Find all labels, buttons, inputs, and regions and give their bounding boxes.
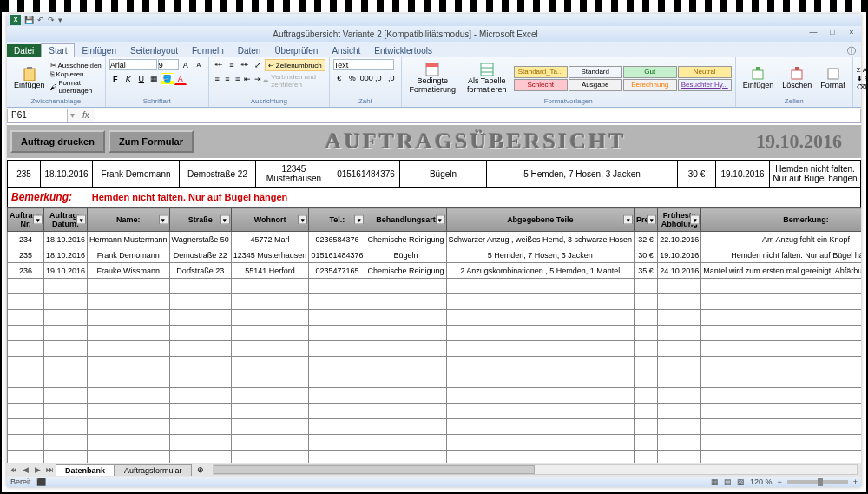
- decimal-inc-icon[interactable]: ,0: [372, 72, 385, 84]
- cell[interactable]: Demostraße 22: [169, 247, 231, 263]
- tab-layout[interactable]: Seitenlayout: [123, 44, 185, 57]
- cell[interactable]: [231, 451, 309, 464]
- cell[interactable]: [169, 326, 231, 341]
- cell[interactable]: [169, 419, 231, 435]
- column-header[interactable]: Name:▾: [88, 208, 170, 232]
- zoom-thumb[interactable]: [818, 478, 823, 486]
- cell[interactable]: [658, 326, 701, 341]
- cell[interactable]: [44, 341, 88, 357]
- border-button[interactable]: ▦: [148, 73, 161, 85]
- cell[interactable]: [88, 279, 170, 294]
- align-top-icon[interactable]: ⬴: [213, 59, 225, 71]
- cell[interactable]: Mantel wird zum ersten mal gereinigt. Ab…: [701, 263, 861, 279]
- zoom-slider[interactable]: [787, 480, 848, 484]
- currency-icon[interactable]: €: [333, 72, 345, 84]
- cell[interactable]: 234: [8, 232, 44, 247]
- cell[interactable]: 18.10.2016: [44, 247, 88, 263]
- cell[interactable]: 19.10.2016: [44, 263, 88, 279]
- cell[interactable]: 015161484376: [309, 247, 365, 263]
- filter-icon[interactable]: ▾: [76, 215, 86, 225]
- cell[interactable]: 0235477165: [309, 263, 365, 279]
- format-painter-button[interactable]: 🖌Format übertragen: [50, 79, 102, 95]
- cell[interactable]: 5 Hemden, 7 Hosen, 3 Jacken: [446, 247, 635, 263]
- cell[interactable]: [169, 279, 231, 294]
- cell[interactable]: [635, 310, 658, 326]
- column-header[interactable]: Früheste Abholung▾: [658, 208, 701, 232]
- column-header[interactable]: Straße▾: [169, 208, 231, 232]
- cell[interactable]: [8, 279, 44, 294]
- detail-price[interactable]: 30 €: [678, 161, 716, 188]
- cell[interactable]: [169, 372, 231, 388]
- view-layout-icon[interactable]: ▤: [724, 478, 732, 486]
- save-icon[interactable]: 💾: [24, 16, 34, 24]
- name-dropdown-icon[interactable]: ▾: [68, 110, 77, 120]
- cell[interactable]: [658, 279, 701, 294]
- cell[interactable]: [44, 404, 88, 419]
- cell[interactable]: [88, 372, 170, 388]
- column-header[interactable]: Tel.:▾: [309, 208, 365, 232]
- cell[interactable]: Hemden nicht falten. Nur auf Bügel hänge…: [701, 247, 861, 263]
- wrap-text-button[interactable]: ↩Zeilenumbruch: [265, 59, 326, 71]
- tab-last-icon[interactable]: ⏭: [43, 465, 56, 474]
- cell[interactable]: [446, 310, 635, 326]
- cell[interactable]: [635, 357, 658, 372]
- detail-pickup[interactable]: 19.10.2016: [716, 161, 770, 188]
- style-standard[interactable]: Standard: [569, 66, 622, 78]
- cell[interactable]: [88, 326, 170, 341]
- cell[interactable]: 45772 Marl: [231, 232, 309, 247]
- cell[interactable]: [8, 310, 44, 326]
- column-header[interactable]: Auftrags Datum:▾: [44, 208, 88, 232]
- cell[interactable]: [658, 294, 701, 310]
- detail-date[interactable]: 18.10.2016: [41, 161, 93, 188]
- cell[interactable]: [658, 451, 701, 464]
- filter-icon[interactable]: ▾: [690, 215, 700, 225]
- cell[interactable]: [658, 435, 701, 451]
- cell[interactable]: [8, 451, 44, 464]
- cell[interactable]: 19.10.2016: [658, 247, 701, 263]
- column-header[interactable]: Preis▾: [635, 208, 658, 232]
- cell[interactable]: [635, 372, 658, 388]
- style-ausgabe[interactable]: Ausgabe: [569, 79, 622, 91]
- cell[interactable]: [635, 326, 658, 341]
- cell[interactable]: [635, 404, 658, 419]
- cell[interactable]: [701, 388, 861, 404]
- filter-icon[interactable]: ▾: [436, 215, 445, 225]
- cell[interactable]: [658, 404, 701, 419]
- cell[interactable]: [169, 388, 231, 404]
- cell[interactable]: [309, 294, 365, 310]
- cell[interactable]: Hermann Mustermann: [88, 232, 170, 247]
- cell[interactable]: [635, 341, 658, 357]
- cell[interactable]: [446, 279, 635, 294]
- format-table-button[interactable]: Als Tabelle formatieren: [462, 62, 512, 95]
- detail-street[interactable]: Demostraße 22: [180, 161, 256, 188]
- filter-icon[interactable]: ▾: [159, 215, 168, 225]
- cell[interactable]: [8, 294, 44, 310]
- cell[interactable]: [44, 388, 88, 404]
- cell[interactable]: [44, 451, 88, 464]
- indent-decrease-icon[interactable]: ⇤: [243, 73, 253, 85]
- cell[interactable]: [88, 310, 170, 326]
- detail-tel[interactable]: 015161484376: [332, 161, 400, 188]
- cell[interactable]: [635, 388, 658, 404]
- indent-increase-icon[interactable]: ⇥: [253, 73, 263, 85]
- cell[interactable]: [309, 372, 365, 388]
- tab-formulas[interactable]: Formeln: [185, 44, 231, 57]
- cell[interactable]: [701, 310, 861, 326]
- cell[interactable]: [365, 372, 446, 388]
- undo-icon[interactable]: ↶: [37, 16, 44, 24]
- cell[interactable]: [658, 388, 701, 404]
- fill-color-button[interactable]: 🪣: [161, 73, 174, 85]
- cell[interactable]: [701, 326, 861, 341]
- cell[interactable]: Schwarzer Anzug , weißes Hemd, 3 schwarz…: [446, 232, 635, 247]
- orientation-icon[interactable]: ⤢: [252, 59, 264, 71]
- delete-cells-button[interactable]: Löschen: [779, 66, 815, 90]
- tab-first-icon[interactable]: ⏮: [7, 465, 19, 474]
- tab-prev-icon[interactable]: ◀: [19, 465, 31, 474]
- help-icon[interactable]: ⓘ: [847, 45, 861, 57]
- cell[interactable]: [44, 310, 88, 326]
- cell[interactable]: [88, 341, 170, 357]
- cell[interactable]: [701, 419, 861, 435]
- cell[interactable]: [365, 294, 446, 310]
- insert-cells-button[interactable]: Einfügen: [740, 66, 778, 90]
- bold-button[interactable]: F: [109, 73, 122, 85]
